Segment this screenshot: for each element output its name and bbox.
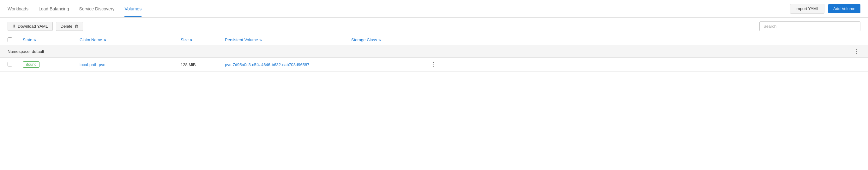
nav-tabs: Workloads Load Balancing Service Discove…: [7, 0, 142, 17]
sort-state-icon: ⇅: [33, 38, 36, 42]
download-icon: ⬇: [12, 24, 16, 29]
claim-name-link[interactable]: local-path-pvc: [80, 62, 105, 67]
toolbar: ⬇ Download YAML Delete 🗑: [0, 17, 868, 35]
sort-sc-icon: ⇅: [378, 38, 381, 42]
import-yaml-button[interactable]: Import YAML: [790, 4, 825, 13]
search-input[interactable]: [760, 22, 861, 31]
sort-claim-name-icon: ⇅: [103, 38, 106, 42]
pv-suffix: –: [311, 62, 313, 67]
row-size: 128 MiB: [181, 62, 225, 67]
volumes-table: State ⇅ Claim Name ⇅ Size ⇅ Persistent V…: [0, 35, 868, 72]
namespace-row: Namespace: default ⋮: [0, 45, 868, 57]
column-header-storage-class[interactable]: Storage Class ⇅: [351, 38, 427, 42]
row-menu-button[interactable]: ⋮: [429, 62, 437, 68]
search-container: [760, 22, 861, 31]
select-all-checkbox[interactable]: [7, 38, 12, 42]
row-checkbox[interactable]: [7, 62, 12, 67]
namespace-label: Namespace: default: [7, 49, 44, 54]
tab-service-discovery[interactable]: Service Discovery: [79, 0, 114, 17]
sort-size-icon: ⇅: [190, 38, 192, 42]
row-checkbox-container[interactable]: [7, 62, 23, 68]
row-persistent-volume: pvc-7d95a0c3-c5f4-4646-b632-cab703d96587…: [225, 62, 351, 67]
column-header-size[interactable]: Size ⇅: [181, 38, 225, 42]
column-header-claim-name[interactable]: Claim Name ⇅: [80, 38, 181, 42]
top-navigation: Workloads Load Balancing Service Discove…: [0, 0, 868, 17]
row-state: Bound: [23, 61, 80, 68]
add-volume-button[interactable]: Add Volume: [828, 4, 861, 13]
table-header: State ⇅ Claim Name ⇅ Size ⇅ Persistent V…: [0, 35, 868, 45]
sort-pv-icon: ⇅: [259, 38, 262, 42]
column-header-persistent-volume[interactable]: Persistent Volume ⇅: [225, 38, 351, 42]
select-all-checkbox-container[interactable]: [7, 38, 23, 42]
namespace-menu-button[interactable]: ⋮: [852, 48, 861, 54]
column-header-state[interactable]: State ⇅: [23, 38, 80, 42]
table-row: Bound local-path-pvc 128 MiB pvc-7d95a0c…: [0, 57, 868, 72]
delete-icon: 🗑: [74, 24, 78, 29]
tab-volumes[interactable]: Volumes: [124, 0, 142, 17]
row-dots-icon: ⋮: [431, 61, 436, 68]
toolbar-left: ⬇ Download YAML Delete 🗑: [7, 22, 83, 31]
delete-button[interactable]: Delete 🗑: [56, 22, 83, 31]
row-actions[interactable]: ⋮: [427, 62, 440, 68]
persistent-volume-link[interactable]: pvc-7d95a0c3-c5f4-4646-b632-cab703d96587: [225, 62, 309, 67]
status-badge: Bound: [23, 61, 39, 68]
nav-actions: Import YAML Add Volume: [790, 4, 861, 13]
download-yaml-button[interactable]: ⬇ Download YAML: [7, 22, 53, 31]
tab-workloads[interactable]: Workloads: [7, 0, 28, 17]
row-claim-name[interactable]: local-path-pvc: [80, 62, 181, 67]
dots-icon: ⋮: [854, 48, 859, 54]
tab-load-balancing[interactable]: Load Balancing: [38, 0, 69, 17]
